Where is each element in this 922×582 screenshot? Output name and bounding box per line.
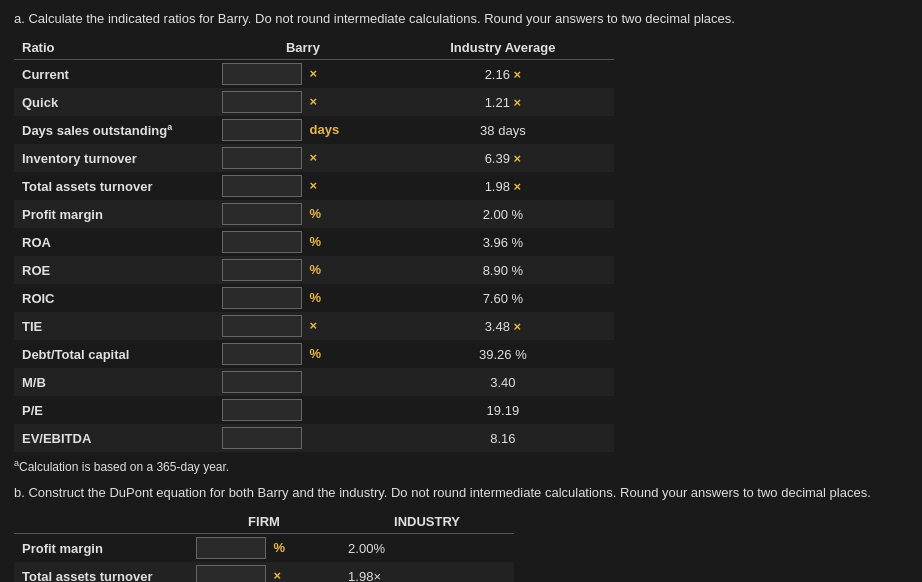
barry-unit-7: % [306,262,321,277]
part-b-ratio-name-1: Total assets turnover [14,562,188,582]
barry-input-3[interactable] [222,147,302,169]
ratio-name-1: Quick [14,88,214,116]
col-header-industry: Industry Average [392,36,614,60]
barry-input-5[interactable] [222,203,302,225]
industry-avg-7: 8.90 % [392,256,614,284]
industry-avg-6: 3.96 % [392,228,614,256]
barry-unit-8: % [306,290,321,305]
barry-unit-5: % [306,206,321,221]
barry-unit-0: × [306,66,317,81]
barry-unit-1: × [306,94,317,109]
industry-avg-4: 1.98 × [392,172,614,200]
ratio-name-7: ROE [14,256,214,284]
part-b-industry-cell-1: 1.98× [340,562,514,582]
part-b-firm-cell-1: × [188,562,340,582]
part-b-industry-cell-0: 2.00% [340,534,514,563]
industry-avg-11: 3.40 [392,368,614,396]
barry-unit-9: × [306,318,317,333]
col-header-barry: Barry [214,36,392,60]
barry-cell-8: % [214,284,392,312]
part-b-firm-input-1[interactable] [196,565,266,582]
barry-input-13[interactable] [222,427,302,449]
ratio-name-9: TIE [14,312,214,340]
barry-input-6[interactable] [222,231,302,253]
part-a-table: Ratio Barry Industry Average Current ×2.… [14,36,614,452]
barry-unit-4: × [306,178,317,193]
industry-avg-13: 8.16 [392,424,614,452]
ratio-name-13: EV/EBITDA [14,424,214,452]
industry-avg-12: 19.19 [392,396,614,424]
barry-cell-3: × [214,144,392,172]
barry-unit-6: % [306,234,321,249]
barry-unit-10: % [306,346,321,361]
barry-cell-1: × [214,88,392,116]
barry-cell-4: × [214,172,392,200]
part-b-firm-unit-1: × [270,568,281,582]
ratio-name-10: Debt/Total capital [14,340,214,368]
ratio-name-0: Current [14,60,214,89]
part-b-ratio-name-0: Profit margin [14,534,188,563]
industry-avg-5: 2.00 % [392,200,614,228]
ratio-name-4: Total assets turnover [14,172,214,200]
barry-input-0[interactable] [222,63,302,85]
part-b-col-industry: INDUSTRY [340,510,514,534]
barry-cell-13 [214,424,392,452]
barry-input-8[interactable] [222,287,302,309]
barry-input-11[interactable] [222,371,302,393]
barry-input-7[interactable] [222,259,302,281]
part-b-col-ratio [14,510,188,534]
barry-cell-9: × [214,312,392,340]
ratio-name-12: P/E [14,396,214,424]
barry-cell-6: % [214,228,392,256]
barry-input-1[interactable] [222,91,302,113]
part-b-firm-cell-0: % [188,534,340,563]
ratio-name-11: M/B [14,368,214,396]
part-b-firm-unit-0: % [270,540,285,555]
barry-cell-10: % [214,340,392,368]
barry-input-2[interactable] [222,119,302,141]
col-header-ratio: Ratio [14,36,214,60]
barry-unit-2: days [306,122,339,137]
industry-avg-0: 2.16 × [392,60,614,89]
barry-cell-5: % [214,200,392,228]
barry-cell-11 [214,368,392,396]
ratio-name-8: ROIC [14,284,214,312]
ratio-name-2: Days sales outstandinga [14,116,214,144]
barry-input-9[interactable] [222,315,302,337]
barry-cell-7: % [214,256,392,284]
part-a-instruction: a. Calculate the indicated ratios for Ba… [14,10,908,28]
ratio-name-6: ROA [14,228,214,256]
barry-input-10[interactable] [222,343,302,365]
part-b-instruction: b. Construct the DuPont equation for bot… [14,484,908,502]
industry-avg-8: 7.60 % [392,284,614,312]
industry-avg-2: 38 days [392,116,614,144]
barry-input-12[interactable] [222,399,302,421]
industry-avg-1: 1.21 × [392,88,614,116]
barry-unit-3: × [306,150,317,165]
industry-avg-9: 3.48 × [392,312,614,340]
footnote: aCalculation is based on a 365-day year. [14,458,908,474]
part-b-table: FIRM INDUSTRY Profit margin %2.00%Total … [14,510,514,582]
part-b-col-firm: FIRM [188,510,340,534]
part-b-firm-input-0[interactable] [196,537,266,559]
barry-input-4[interactable] [222,175,302,197]
ratio-name-3: Inventory turnover [14,144,214,172]
barry-cell-0: × [214,60,392,89]
ratio-name-5: Profit margin [14,200,214,228]
industry-avg-3: 6.39 × [392,144,614,172]
industry-avg-10: 39.26 % [392,340,614,368]
barry-cell-12 [214,396,392,424]
barry-cell-2: days [214,116,392,144]
